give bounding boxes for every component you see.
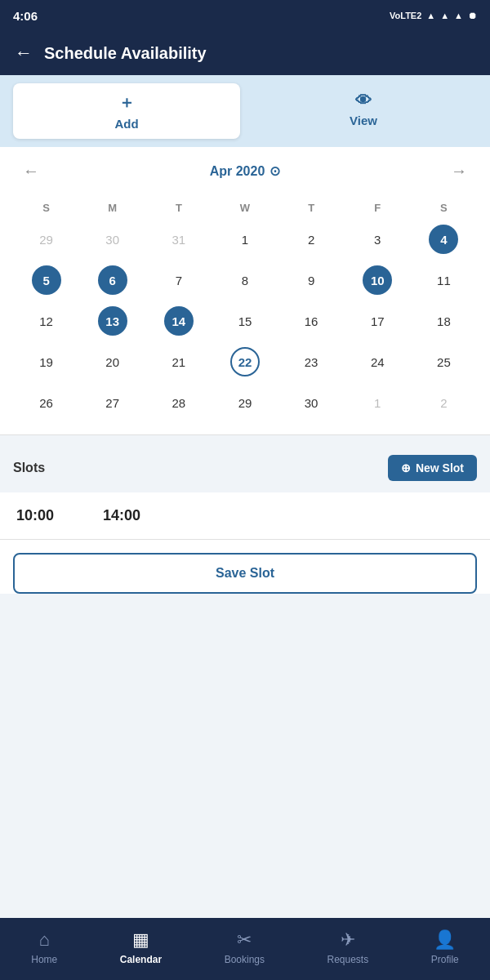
volte-icon: VoLTE2: [390, 11, 421, 20]
calendar-day-cell[interactable]: 23: [278, 341, 345, 382]
save-slot-button[interactable]: Save Slot: [13, 553, 477, 594]
calendar-week-row: 12131415161718: [13, 301, 477, 341]
calendar-grid: SMTWTFS 29303112345678910111213141516171…: [13, 197, 477, 423]
nav-profile[interactable]: 👤 Profile: [431, 929, 459, 965]
calendar-day-cell[interactable]: 13: [79, 301, 145, 341]
calendar-section: ← Apr 2020 ⊙ → SMTWTFS 29303112345678910…: [0, 147, 490, 434]
calendar-month: Apr 2020 ⊙: [210, 163, 281, 179]
status-icons: VoLTE2 ▲ ▲ ▲ ⏺: [390, 11, 477, 20]
bottom-nav: ⌂ Home ▦ Calendar ✂ Bookings ✈ Requests …: [0, 918, 490, 980]
section-divider: [0, 434, 490, 435]
calendar-day-cell[interactable]: 5: [13, 260, 79, 301]
calendar-week-row: 567891011: [13, 260, 477, 301]
tab-add[interactable]: ＋ Add: [13, 83, 240, 139]
nav-calendar[interactable]: ▦ Calendar: [120, 929, 162, 965]
calendar-day-cell[interactable]: 11: [411, 260, 477, 301]
next-month-button[interactable]: →: [444, 158, 474, 184]
calendar-day-cell[interactable]: 9: [278, 260, 345, 301]
tab-view[interactable]: 👁 View: [250, 83, 477, 139]
profile-icon: 👤: [434, 929, 456, 951]
calendar-day-cell[interactable]: 15: [212, 301, 278, 341]
nav-bookings-label: Bookings: [225, 954, 265, 965]
nav-requests[interactable]: ✈ Requests: [327, 929, 369, 965]
calendar-day-cell[interactable]: 6: [79, 260, 145, 301]
calendar-day-cell[interactable]: 16: [278, 301, 345, 341]
home-icon: ⌂: [39, 929, 50, 951]
calendar-day-cell[interactable]: 27: [79, 382, 145, 423]
calendar-day-cell[interactable]: 26: [13, 382, 79, 423]
calendar-day-cell[interactable]: 28: [145, 382, 212, 423]
calendar-day-cell[interactable]: 1: [212, 219, 278, 260]
calendar-day-cell[interactable]: 2: [278, 219, 345, 260]
tab-view-label: View: [350, 114, 377, 127]
new-slot-button[interactable]: ⊕ New Slot: [388, 455, 477, 481]
header: ← Schedule Availability: [0, 31, 490, 75]
signal-icon: ▲: [440, 11, 449, 20]
calendar-day-header: S: [411, 197, 477, 219]
tab-bar: ＋ Add 👁 View: [0, 75, 490, 147]
calendar-day-cell[interactable]: 8: [212, 260, 278, 301]
add-icon: ＋: [118, 91, 135, 114]
nav-home-label: Home: [31, 954, 57, 965]
slots-section: Slots ⊕ New Slot 10:00 14:00 Save Slot: [0, 443, 490, 594]
nav-profile-label: Profile: [431, 954, 459, 965]
calendar-day-cell[interactable]: 4: [411, 219, 477, 260]
calendar-week-row: 2930311234: [13, 219, 477, 260]
calendar-day-cell[interactable]: 31: [145, 219, 212, 260]
calendar-day-cell[interactable]: 21: [145, 341, 212, 382]
calendar-day-cell[interactable]: 29: [212, 382, 278, 423]
calendar-day-cell[interactable]: 29: [13, 219, 79, 260]
calendar-day-header: M: [79, 197, 145, 219]
calendar-nav: ← Apr 2020 ⊙ →: [13, 158, 477, 184]
signal2-icon: ▲: [454, 11, 463, 20]
calendar-day-cell[interactable]: 19: [13, 341, 79, 382]
calendar-day-cell[interactable]: 20: [79, 341, 145, 382]
nav-bookings[interactable]: ✂ Bookings: [225, 929, 265, 965]
calendar-header-row: SMTWTFS: [13, 197, 477, 219]
calendar-day-cell[interactable]: 24: [345, 341, 411, 382]
page-content: ＋ Add 👁 View ← Apr 2020 ⊙ → SMTWTFS 2930…: [0, 75, 490, 980]
requests-icon: ✈: [341, 929, 355, 951]
record-icon: ⏺: [468, 11, 477, 20]
calendar-day-header: F: [345, 197, 411, 219]
tab-add-label: Add: [114, 117, 138, 131]
calendar-day-cell[interactable]: 17: [345, 301, 411, 341]
calendar-body: 2930311234567891011121314151617181920212…: [13, 219, 477, 423]
calendar-week-row: 262728293012: [13, 382, 477, 423]
slot-time-start: 10:00: [16, 507, 54, 524]
calendar-day-cell[interactable]: 18: [411, 301, 477, 341]
calendar-day-cell[interactable]: 30: [79, 219, 145, 260]
new-slot-plus-icon: ⊕: [401, 461, 411, 474]
prev-month-button[interactable]: ←: [16, 158, 46, 184]
status-bar: 4:06 VoLTE2 ▲ ▲ ▲ ⏺: [0, 0, 490, 31]
slots-label: Slots: [13, 461, 45, 475]
nav-requests-label: Requests: [327, 954, 369, 965]
calendar-day-cell[interactable]: 25: [411, 341, 477, 382]
slots-header: Slots ⊕ New Slot: [0, 443, 490, 492]
calendar-day-cell[interactable]: 22: [212, 341, 278, 382]
calendar-day-cell[interactable]: 2: [411, 382, 477, 423]
calendar-day-cell[interactable]: 1: [345, 382, 411, 423]
calendar-day-cell[interactable]: 7: [145, 260, 212, 301]
page-title: Schedule Availability: [44, 44, 207, 63]
slot-time-end: 14:00: [103, 507, 140, 524]
status-time: 4:06: [13, 9, 38, 23]
calendar-day-cell[interactable]: 14: [145, 301, 212, 341]
wifi-icon: ▲: [426, 11, 435, 20]
back-button[interactable]: ←: [15, 42, 33, 64]
calendar-day-cell[interactable]: 3: [345, 219, 411, 260]
calendar-icon: ▦: [132, 929, 149, 951]
calendar-day-header: W: [212, 197, 278, 219]
new-slot-label: New Slot: [416, 461, 464, 474]
calendar-day-header: T: [145, 197, 212, 219]
calendar-day-header: S: [13, 197, 79, 219]
calendar-down-icon: ⊙: [270, 163, 280, 179]
bookings-icon: ✂: [237, 929, 252, 951]
calendar-day-cell[interactable]: 10: [345, 260, 411, 301]
nav-calendar-label: Calendar: [120, 954, 162, 965]
calendar-day-cell[interactable]: 12: [13, 301, 79, 341]
nav-home[interactable]: ⌂ Home: [31, 929, 57, 965]
view-icon: 👁: [355, 91, 372, 110]
calendar-day-cell[interactable]: 30: [278, 382, 345, 423]
calendar-day-header: T: [278, 197, 345, 219]
